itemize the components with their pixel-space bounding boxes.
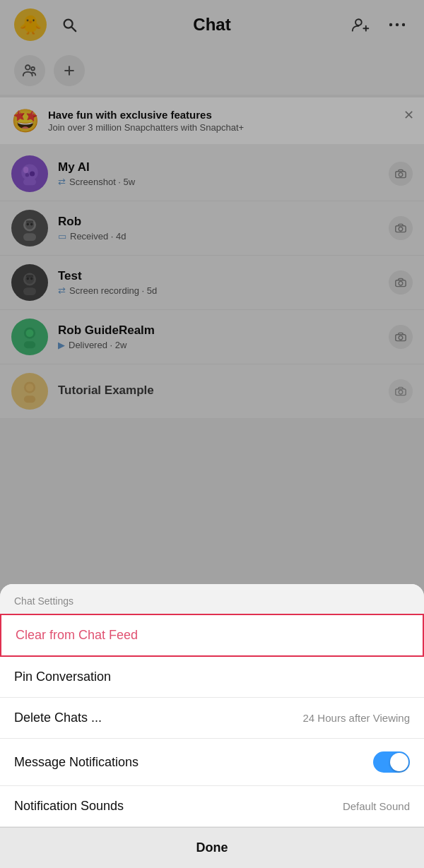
notification-sounds-value: Default Sound xyxy=(343,800,410,812)
done-button[interactable]: Done xyxy=(0,827,424,868)
delete-chats-value: 24 Hours after Viewing xyxy=(303,712,410,724)
message-notifications-toggle[interactable] xyxy=(373,751,410,773)
pin-conversation-label: Pin Conversation xyxy=(14,670,111,684)
toggle-knob xyxy=(390,753,408,771)
clear-feed-label: Clear from Chat Feed xyxy=(16,628,138,643)
bottom-sheet: Chat Settings Clear from Chat Feed Pin C… xyxy=(0,584,424,868)
sheet-header: Chat Settings xyxy=(0,584,424,614)
delete-chats-label: Delete Chats ... xyxy=(14,711,102,725)
message-notifications-item: Message Notifications xyxy=(0,739,424,786)
message-notifications-label: Message Notifications xyxy=(14,755,139,770)
delete-chats-button[interactable]: Delete Chats ... 24 Hours after Viewing xyxy=(0,698,424,739)
clear-from-chat-feed-button[interactable]: Clear from Chat Feed xyxy=(0,614,424,657)
pin-conversation-button[interactable]: Pin Conversation xyxy=(0,657,424,698)
notification-sounds-label: Notification Sounds xyxy=(14,799,124,814)
notification-sounds-item[interactable]: Notification Sounds Default Sound xyxy=(0,786,424,827)
